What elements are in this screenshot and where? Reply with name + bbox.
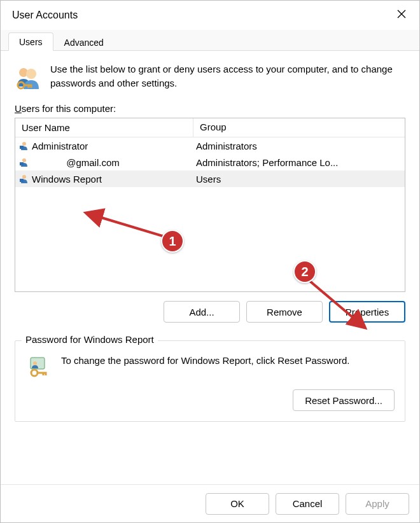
annotation-arrows (1, 1, 420, 523)
user-accounts-window: User Accounts Users Advanced (0, 0, 420, 523)
svg-line-12 (99, 217, 163, 236)
svg-line-13 (309, 281, 354, 319)
